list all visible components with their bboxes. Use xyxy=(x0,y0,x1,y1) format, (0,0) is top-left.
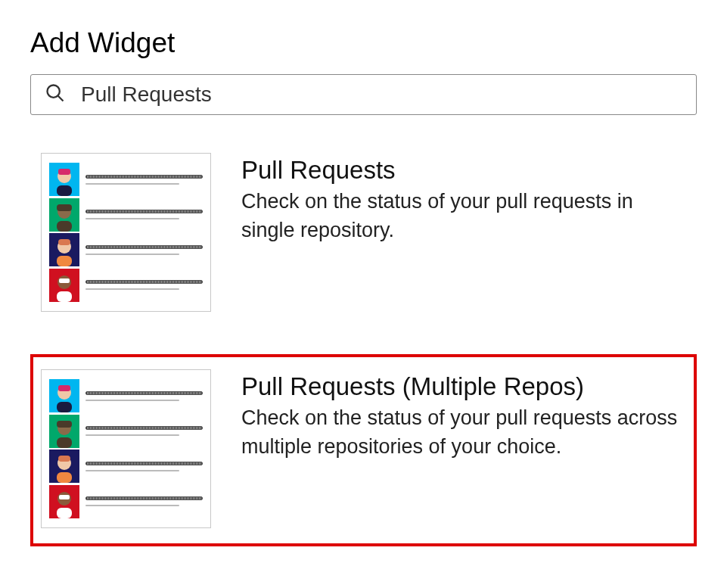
svg-rect-33 xyxy=(57,508,72,518)
page-title: Add Widget xyxy=(30,27,697,59)
svg-rect-21 xyxy=(57,402,72,412)
svg-rect-8 xyxy=(57,204,72,211)
svg-rect-24 xyxy=(57,421,72,428)
widget-description: Check on the status of your pull request… xyxy=(241,404,686,462)
svg-rect-25 xyxy=(57,437,72,448)
widget-title: Pull Requests (Multiple Repos) xyxy=(241,372,686,401)
avatar-icon xyxy=(49,269,79,302)
svg-rect-13 xyxy=(57,256,72,266)
svg-rect-20 xyxy=(58,385,70,391)
avatar-icon xyxy=(49,485,79,518)
svg-rect-12 xyxy=(58,239,70,245)
avatar-icon xyxy=(49,233,79,266)
svg-rect-5 xyxy=(57,185,72,196)
widget-thumbnail xyxy=(41,369,211,528)
svg-rect-16 xyxy=(59,278,70,283)
avatar-icon xyxy=(49,450,79,483)
search-box[interactable] xyxy=(30,74,697,115)
svg-line-1 xyxy=(58,96,64,101)
svg-point-0 xyxy=(48,86,60,98)
widget-title: Pull Requests xyxy=(241,156,686,185)
svg-rect-9 xyxy=(57,221,72,232)
search-icon xyxy=(45,82,66,107)
widget-item-pull-requests-multiple-repos[interactable]: Pull Requests (Multiple Repos) Check on … xyxy=(30,354,697,546)
svg-rect-32 xyxy=(59,495,70,499)
svg-rect-29 xyxy=(57,472,72,483)
avatar-icon xyxy=(49,163,79,196)
svg-rect-17 xyxy=(57,291,72,302)
svg-rect-4 xyxy=(58,169,70,175)
widget-list: Pull Requests Check on the status of you… xyxy=(30,138,697,546)
search-input[interactable] xyxy=(81,82,682,107)
svg-rect-28 xyxy=(58,456,70,462)
avatar-icon xyxy=(49,379,79,412)
widget-item-pull-requests[interactable]: Pull Requests Check on the status of you… xyxy=(30,138,697,330)
avatar-icon xyxy=(49,198,79,232)
widget-description: Check on the status of your pull request… xyxy=(241,188,686,245)
avatar-icon xyxy=(49,415,79,448)
widget-thumbnail xyxy=(41,153,211,312)
